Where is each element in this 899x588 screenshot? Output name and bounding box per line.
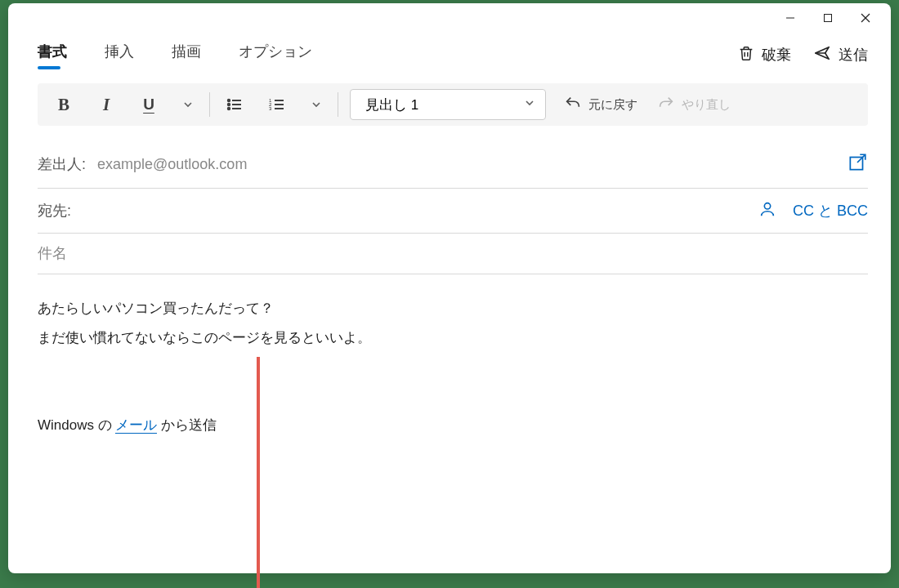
body-line-1: あたらしいパソコン買ったんだって？ <box>38 294 868 323</box>
redo-button: やり直し <box>649 88 739 122</box>
undo-button[interactable]: 元に戻す <box>556 88 646 122</box>
toolbar-separator <box>338 92 338 117</box>
subject-row <box>38 234 868 274</box>
ribbon-tabs-row: 書式 挿入 描画 オプション 破棄 送信 <box>8 33 891 77</box>
to-row: 宛先: CC と BCC <box>38 189 868 234</box>
discard-button[interactable]: 破棄 <box>737 44 791 66</box>
list-more-dropdown[interactable] <box>298 88 334 121</box>
svg-point-20 <box>764 203 770 209</box>
contacts-button[interactable] <box>758 200 776 221</box>
minimize-button[interactable] <box>772 5 809 31</box>
style-select-value: 見出し 1 <box>365 96 418 114</box>
format-toolbar: B I U 123 見出し 1 <box>38 83 868 126</box>
undo-icon <box>564 95 582 115</box>
send-button[interactable]: 送信 <box>812 44 868 66</box>
to-input[interactable] <box>83 203 758 220</box>
message-body[interactable]: あたらしいパソコン買ったんだって？ まだ使い慣れてないならこのページを見るといい… <box>8 274 891 439</box>
svg-point-9 <box>228 104 230 106</box>
from-row: 差出人: example@outlook.com <box>38 140 868 189</box>
ribbon-tabs: 書式 挿入 描画 オプション <box>38 42 312 68</box>
heading-style-select[interactable]: 見出し 1 <box>350 89 546 120</box>
signature: Windows の メール から送信 <box>38 411 868 440</box>
svg-rect-1 <box>825 15 832 22</box>
send-icon <box>812 44 832 66</box>
close-button[interactable] <box>847 5 884 31</box>
font-more-dropdown[interactable] <box>170 88 206 121</box>
tab-options[interactable]: オプション <box>239 42 312 68</box>
sig-suffix: から送信 <box>157 417 217 433</box>
send-label: 送信 <box>839 45 868 65</box>
popout-button[interactable] <box>847 152 868 176</box>
to-label: 宛先: <box>38 201 71 220</box>
toolbar-separator <box>209 92 210 117</box>
compose-actions: 破棄 送信 <box>737 44 868 66</box>
tab-format[interactable]: 書式 <box>38 42 67 68</box>
annotation-highlight-line <box>257 357 260 588</box>
bold-button[interactable]: B <box>42 88 85 121</box>
titlebar <box>8 3 891 33</box>
chevron-down-icon <box>524 96 535 113</box>
undo-label: 元に戻す <box>588 97 637 113</box>
redo-icon <box>657 95 675 115</box>
underline-button[interactable]: U <box>127 88 170 121</box>
mail-app-link[interactable]: メール <box>115 417 157 434</box>
underline-icon: U <box>143 96 154 114</box>
from-label: 差出人: <box>38 154 86 174</box>
svg-point-7 <box>228 100 230 102</box>
subject-input[interactable] <box>38 245 227 262</box>
body-line-2: まだ使い慣れてないならこのページを見るといいよ。 <box>38 323 868 353</box>
discard-label: 破棄 <box>762 45 791 65</box>
header-fields: 差出人: example@outlook.com 宛先: CC と BCC <box>8 126 891 274</box>
svg-point-11 <box>228 108 230 110</box>
trash-icon <box>737 44 755 66</box>
compose-window: 書式 挿入 描画 オプション 破棄 送信 B I U <box>8 3 891 573</box>
tab-insert[interactable]: 挿入 <box>105 42 134 68</box>
cc-bcc-button[interactable]: CC と BCC <box>793 201 868 220</box>
from-value[interactable]: example@outlook.com <box>97 156 247 173</box>
numbered-list-button[interactable]: 123 <box>256 88 298 121</box>
italic-icon: I <box>103 95 110 115</box>
maximize-button[interactable] <box>809 5 847 31</box>
bullet-list-button[interactable] <box>213 88 256 121</box>
tab-draw[interactable]: 描画 <box>172 42 201 68</box>
svg-text:3: 3 <box>269 106 272 111</box>
redo-label: やり直し <box>682 97 731 113</box>
sig-prefix: Windows の <box>38 417 115 433</box>
bold-icon: B <box>58 95 69 115</box>
italic-button[interactable]: I <box>85 88 127 121</box>
